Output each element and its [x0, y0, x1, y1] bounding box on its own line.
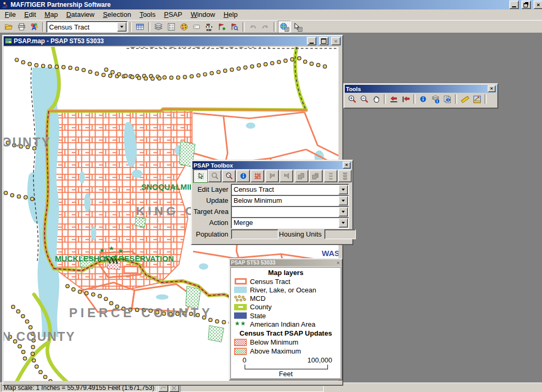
scale-max: 100,000 — [307, 356, 332, 364]
info-tool-button[interactable] — [236, 170, 250, 182]
map-close-button[interactable]: × — [331, 37, 341, 45]
legend-button[interactable] — [165, 21, 177, 33]
svg-text:KM: KM — [207, 28, 211, 32]
menu-selection[interactable]: Selection — [99, 9, 135, 20]
legend-close-button[interactable]: × — [337, 260, 341, 266]
legend-title-bar[interactable]: PSAP ST53 53033 × — [230, 259, 342, 266]
layer-combobox[interactable]: Census Tract — [46, 21, 128, 33]
psap-toolbox-title: PSAP Toolbox — [193, 162, 340, 169]
legend-updates-heading: Census Tract PSAP Updates — [231, 328, 341, 338]
initial-extent-button[interactable] — [400, 93, 412, 105]
action-dropdown[interactable] — [338, 218, 348, 228]
measure-button[interactable] — [459, 93, 471, 105]
map-maximize-button[interactable] — [319, 37, 328, 45]
menu-edit[interactable]: Edit — [20, 9, 40, 20]
multi-info-button[interactable] — [441, 93, 453, 105]
text-style-button[interactable] — [28, 21, 40, 33]
psap-toolbox-title-bar[interactable]: PSAP Toolbox × — [192, 161, 352, 169]
layer-combobox-dropdown[interactable] — [117, 22, 127, 32]
chevron-down-icon — [342, 200, 345, 202]
restore-button[interactable] — [521, 1, 531, 9]
print-button[interactable] — [15, 21, 27, 33]
info-button[interactable] — [417, 93, 429, 105]
previous-extent-button[interactable] — [388, 93, 400, 105]
layer-info-icon — [431, 95, 440, 104]
legend-item-label: Above Maximum — [250, 347, 301, 355]
menu-psap[interactable]: PSAP — [160, 9, 187, 20]
chevron-down-icon — [120, 26, 123, 28]
menu-dataview[interactable]: Dataview — [62, 9, 99, 20]
locate-flag-button[interactable] — [228, 21, 240, 33]
map-minimize-button[interactable] — [307, 37, 316, 45]
county-swatch — [234, 304, 247, 310]
pan-button[interactable] — [370, 93, 382, 105]
update-combobox[interactable]: Below Minimum — [231, 195, 349, 207]
toolbar-separator — [384, 94, 386, 104]
palette-button[interactable] — [178, 21, 190, 33]
info-icon — [239, 172, 248, 180]
add-flag-button[interactable] — [216, 21, 228, 33]
action-label: Action — [193, 219, 231, 227]
label-muckleshoot-reservation: MUCKLESHOOT RESERVATION — [55, 254, 173, 263]
menu-map[interactable]: Map — [40, 9, 62, 20]
zoom-out-button[interactable] — [358, 93, 370, 105]
action-value: Merge — [231, 219, 338, 227]
merge-shape-icon — [311, 172, 320, 180]
edit-layer-combobox[interactable]: Census Tract — [231, 184, 349, 195]
tools-palette: Tools × — [343, 83, 498, 109]
edit-layer-value: Census Tract — [231, 185, 338, 193]
pick-arrow-icon — [268, 172, 277, 180]
globe-grid-icon — [280, 23, 289, 32]
update-dropdown[interactable] — [338, 196, 348, 205]
pointer-grid-tool-button[interactable] — [292, 21, 304, 33]
zoom-tool-button[interactable] — [208, 170, 221, 182]
layer-info-button[interactable] — [429, 93, 441, 105]
legend-window: PSAP ST53 53033 × Map layers Census Trac… — [229, 258, 343, 380]
close-button[interactable]: × — [534, 1, 542, 9]
water-swatch — [234, 287, 247, 293]
open-file-button[interactable] — [3, 21, 15, 33]
census-tract-swatch — [234, 278, 247, 285]
tract-grid-tool-button[interactable] — [250, 170, 264, 182]
stack-1-button — [324, 170, 337, 182]
population-field[interactable] — [231, 229, 278, 239]
scale-units-button[interactable]: MIKM — [203, 21, 215, 33]
psap-toolbox-close-button[interactable]: × — [343, 162, 351, 169]
label-mason-county: N COUNTY — [4, 330, 75, 344]
scale-unit: Feet — [231, 369, 341, 378]
menu-window[interactable]: Window — [187, 9, 219, 20]
menu-tools[interactable]: Tools — [136, 9, 160, 20]
housing-units-field[interactable] — [324, 229, 356, 239]
map-grid-tool-button[interactable] — [278, 21, 291, 33]
layer-combobox-value: Census Tract — [47, 23, 117, 31]
close-icon — [171, 386, 177, 390]
minimize-button[interactable] — [509, 1, 519, 9]
scale-measure-button[interactable] — [471, 93, 483, 105]
map-layers-button[interactable] — [152, 21, 164, 33]
zoom-in-button[interactable] — [346, 93, 358, 105]
update-label: Update — [193, 197, 231, 204]
menu-help[interactable]: Help — [219, 9, 242, 20]
edit-layer-dropdown[interactable] — [338, 185, 348, 194]
legend-item-county: County — [231, 302, 341, 311]
legend-item-label: River, Lake, or Ocean — [250, 286, 316, 294]
dataview-button[interactable] — [134, 21, 146, 33]
psap-toolbox-buttons — [192, 169, 352, 183]
action-combobox[interactable]: Merge — [231, 217, 349, 229]
multi-info-icon — [443, 95, 452, 104]
zoom-layer-tool-button[interactable] — [222, 170, 236, 182]
legend-item-label: American Indian Area — [250, 320, 315, 328]
labels-button[interactable] — [190, 21, 202, 33]
psap-toolbox: PSAP Toolbox × Edit Layer Census Tract — [191, 160, 353, 245]
redo-icon — [261, 23, 270, 31]
target-area-combobox[interactable] — [231, 206, 349, 218]
menu-file[interactable]: File — [1, 9, 20, 20]
legend-list-icon — [167, 23, 176, 31]
app-title-bar[interactable]: MAF/TIGER Partnership Software × — [0, 0, 542, 9]
map-window-title-bar[interactable]: PSAP.map - PSAP ST53 53033 × — [4, 36, 342, 46]
minimize-icon — [512, 6, 516, 7]
tools-close-button[interactable]: × — [488, 85, 496, 92]
select-tool-button[interactable] — [193, 170, 207, 182]
tools-palette-title-bar[interactable]: Tools × — [345, 85, 497, 93]
target-area-dropdown[interactable] — [338, 207, 348, 217]
